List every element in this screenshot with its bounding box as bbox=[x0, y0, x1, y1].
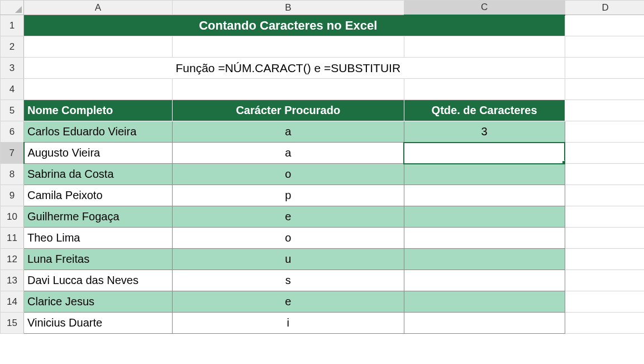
cell-d12[interactable] bbox=[565, 249, 644, 270]
cell-b12[interactable]: u bbox=[173, 249, 404, 270]
row-8: 8 Sabrina da Costa o bbox=[1, 164, 645, 185]
cell-d3[interactable] bbox=[565, 58, 644, 79]
row-3: 3 Função =NÚM.CARACT() e =SUBSTITUIR bbox=[1, 58, 645, 79]
cell-d14[interactable] bbox=[565, 291, 644, 313]
row-header-4[interactable]: 4 bbox=[1, 79, 24, 100]
spreadsheet-grid: A B C D E 1 Contando Caracteres no Excel… bbox=[0, 0, 644, 334]
row-13: 13 Davi Lucca das Neves s bbox=[1, 270, 645, 291]
col-header-b[interactable]: B bbox=[173, 1, 404, 15]
row-header-9[interactable]: 9 bbox=[1, 185, 24, 206]
cell-c7[interactable] bbox=[404, 143, 565, 164]
row-11: 11 Theo Lima o bbox=[1, 228, 645, 249]
col-header-c[interactable]: C bbox=[404, 1, 565, 15]
header-count[interactable]: Qtde. de Caracteres bbox=[404, 100, 565, 121]
row-header-8[interactable]: 8 bbox=[1, 164, 24, 185]
cell-a13[interactable]: Davi Lucca das Neves bbox=[24, 270, 173, 291]
cell-a15[interactable]: Vinicius Duarte bbox=[24, 313, 173, 334]
row-header-11[interactable]: 11 bbox=[1, 228, 24, 249]
cell-a4[interactable] bbox=[24, 79, 173, 100]
cell-b13[interactable]: s bbox=[173, 270, 404, 291]
title-cell[interactable]: Contando Caracteres no Excel bbox=[173, 15, 404, 36]
header-char[interactable]: Carácter Procurado bbox=[173, 100, 404, 121]
row-header-3[interactable]: 3 bbox=[1, 58, 24, 79]
cell-d1[interactable] bbox=[565, 15, 644, 36]
cell-d15[interactable] bbox=[565, 313, 644, 334]
cell-a3[interactable] bbox=[24, 58, 173, 79]
row-15: 15 Vinicius Duarte i bbox=[1, 313, 645, 334]
cell-d2[interactable] bbox=[565, 36, 644, 58]
col-header-d[interactable]: D bbox=[565, 1, 644, 15]
cell-b15[interactable]: i bbox=[173, 313, 404, 334]
row-header-14[interactable]: 14 bbox=[1, 291, 24, 313]
row-header-12[interactable]: 12 bbox=[1, 249, 24, 270]
cell-a14[interactable]: Clarice Jesus bbox=[24, 291, 173, 313]
cell-b9[interactable]: p bbox=[173, 185, 404, 206]
cell-b2[interactable] bbox=[173, 36, 404, 58]
cell-b11[interactable]: o bbox=[173, 228, 404, 249]
row-6: 6 Carlos Eduardo Vieira a 3 bbox=[1, 121, 645, 143]
cell-a11[interactable]: Theo Lima bbox=[24, 228, 173, 249]
row-2: 2 bbox=[1, 36, 645, 58]
cell-a8[interactable]: Sabrina da Costa bbox=[24, 164, 173, 185]
cell-c15[interactable] bbox=[404, 313, 565, 334]
cell-d13[interactable] bbox=[565, 270, 644, 291]
cell-c10[interactable] bbox=[404, 206, 565, 228]
row-header-2[interactable]: 2 bbox=[1, 36, 24, 58]
cell-c2[interactable] bbox=[404, 36, 565, 58]
cell-b8[interactable]: o bbox=[173, 164, 404, 185]
cell-c11[interactable] bbox=[404, 228, 565, 249]
select-all-corner[interactable] bbox=[1, 1, 24, 15]
row-header-7[interactable]: 7 bbox=[1, 143, 24, 164]
cell-a2[interactable] bbox=[24, 36, 173, 58]
cell-d9[interactable] bbox=[565, 185, 644, 206]
cell-d7[interactable] bbox=[565, 143, 644, 164]
row-header-10[interactable]: 10 bbox=[1, 206, 24, 228]
cell-c3[interactable] bbox=[404, 58, 565, 79]
cell-b4[interactable] bbox=[173, 79, 404, 100]
cell-c9[interactable] bbox=[404, 185, 565, 206]
cell-a12[interactable]: Luna Freitas bbox=[24, 249, 173, 270]
formula-cell[interactable]: Função =NÚM.CARACT() e =SUBSTITUIR bbox=[173, 58, 404, 79]
cell-d4[interactable] bbox=[565, 79, 644, 100]
cell-c8[interactable] bbox=[404, 164, 565, 185]
row-10: 10 Guilherme Fogaça e bbox=[1, 206, 645, 228]
row-header-1[interactable]: 1 bbox=[1, 15, 24, 36]
cell-d6[interactable] bbox=[565, 121, 644, 143]
cell-b6[interactable]: a bbox=[173, 121, 404, 143]
row-14: 14 Clarice Jesus e bbox=[1, 291, 645, 313]
cell-c1[interactable] bbox=[404, 15, 565, 36]
row-header-15[interactable]: 15 bbox=[1, 313, 24, 334]
cell-b7[interactable]: a bbox=[173, 143, 404, 164]
header-name[interactable]: Nome Completo bbox=[24, 100, 173, 121]
row-header-6[interactable]: 6 bbox=[1, 121, 24, 143]
row-header-13[interactable]: 13 bbox=[1, 270, 24, 291]
cell-c12[interactable] bbox=[404, 249, 565, 270]
cell-a7[interactable]: Augusto Vieira bbox=[24, 143, 173, 164]
row-4: 4 bbox=[1, 79, 645, 100]
cell-b14[interactable]: e bbox=[173, 291, 404, 313]
cell-a1[interactable] bbox=[24, 15, 173, 36]
col-header-a[interactable]: A bbox=[24, 1, 173, 15]
row-header-5[interactable]: 5 bbox=[1, 100, 24, 121]
row-1: 1 Contando Caracteres no Excel bbox=[1, 15, 645, 36]
cell-c14[interactable] bbox=[404, 291, 565, 313]
cell-d10[interactable] bbox=[565, 206, 644, 228]
cell-a10[interactable]: Guilherme Fogaça bbox=[24, 206, 173, 228]
cell-b10[interactable]: e bbox=[173, 206, 404, 228]
row-9: 9 Camila Peixoto p bbox=[1, 185, 645, 206]
row-5: 5 Nome Completo Carácter Procurado Qtde.… bbox=[1, 100, 645, 121]
column-header-row: A B C D E bbox=[1, 1, 645, 15]
cell-d5[interactable] bbox=[565, 100, 644, 121]
cell-a9[interactable]: Camila Peixoto bbox=[24, 185, 173, 206]
cell-d8[interactable] bbox=[565, 164, 644, 185]
cell-a6[interactable]: Carlos Eduardo Vieira bbox=[24, 121, 173, 143]
cell-c6[interactable]: 3 bbox=[404, 121, 565, 143]
cell-c13[interactable] bbox=[404, 270, 565, 291]
row-12: 12 Luna Freitas u bbox=[1, 249, 645, 270]
cell-c4[interactable] bbox=[404, 79, 565, 100]
row-7: 7 Augusto Vieira a bbox=[1, 143, 645, 164]
cell-d11[interactable] bbox=[565, 228, 644, 249]
